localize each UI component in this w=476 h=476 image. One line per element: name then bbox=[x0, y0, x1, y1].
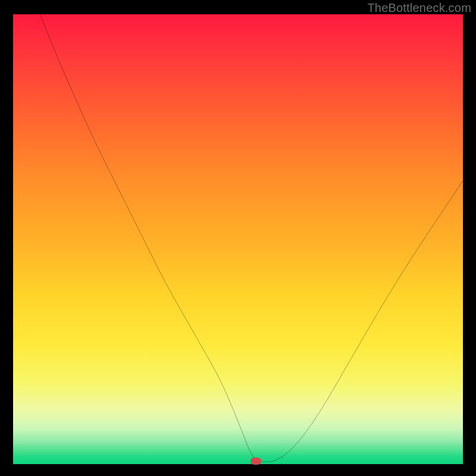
chart-frame: TheBottleneck.com bbox=[0, 0, 476, 476]
bottleneck-curve-path bbox=[40, 14, 463, 462]
optimum-marker bbox=[250, 458, 261, 465]
plot-area bbox=[13, 14, 463, 464]
watermark-text: TheBottleneck.com bbox=[367, 1, 471, 15]
curve-svg bbox=[13, 14, 463, 464]
